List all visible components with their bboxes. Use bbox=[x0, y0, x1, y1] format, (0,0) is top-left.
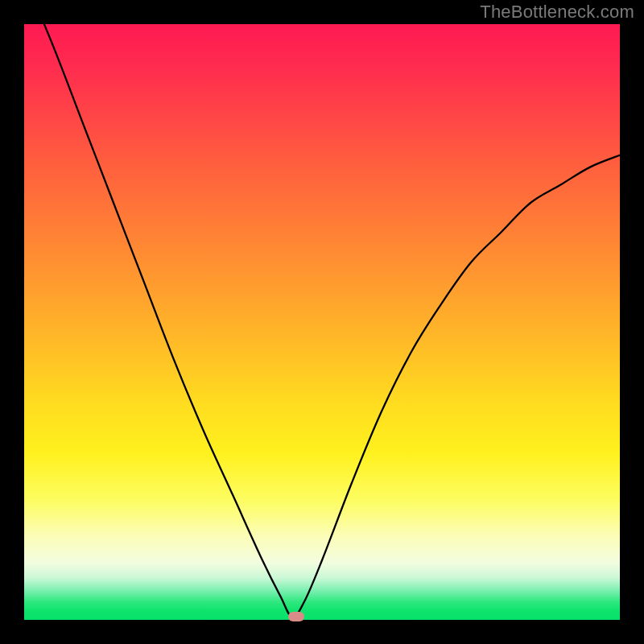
app-frame: TheBottleneck.com bbox=[0, 0, 644, 644]
bottleneck-curve bbox=[24, 24, 620, 620]
watermark-text: TheBottleneck.com bbox=[480, 2, 634, 23]
optimal-marker bbox=[288, 612, 304, 621]
plot-area bbox=[24, 24, 620, 620]
